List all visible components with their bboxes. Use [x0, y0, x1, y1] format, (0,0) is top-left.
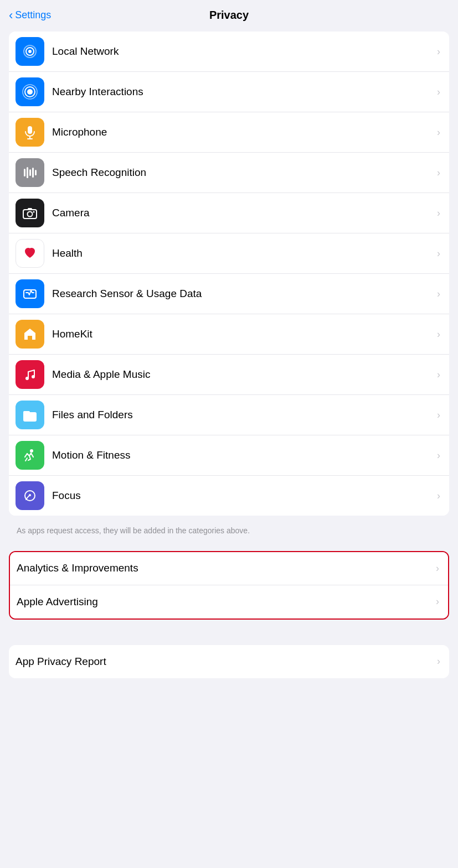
nearby-interactions-chevron-icon: › [437, 86, 440, 98]
health-chevron-icon: › [437, 248, 440, 259]
footer-note: As apps request access, they will be add… [0, 520, 458, 547]
svg-rect-10 [27, 167, 28, 178]
list-item-apple-advertising[interactable]: Apple Advertising › [10, 585, 448, 618]
speech-recognition-icon [16, 158, 44, 187]
svg-rect-14 [23, 210, 37, 219]
media-apple-music-label: Media & Apple Music [52, 368, 433, 381]
svg-point-26 [29, 494, 31, 496]
microphone-icon [16, 118, 44, 147]
svg-point-3 [27, 89, 33, 95]
app-privacy-report-label: App Privacy Report [16, 656, 433, 668]
back-label: Settings [15, 9, 51, 21]
microphone-chevron-icon: › [437, 127, 440, 138]
list-item-speech-recognition[interactable]: Speech Recognition › [9, 153, 449, 193]
svg-rect-23 [23, 411, 30, 414]
svg-rect-13 [35, 170, 37, 175]
svg-point-15 [28, 212, 33, 217]
list-item-local-network[interactable]: Local Network › [9, 32, 449, 72]
focus-icon [16, 481, 44, 510]
page-title: Privacy [209, 9, 249, 22]
camera-chevron-icon: › [437, 207, 440, 219]
header: ‹ Settings Privacy [0, 0, 458, 27]
list-item-analytics-improvements[interactable]: Analytics & Improvements › [10, 552, 448, 585]
list-item-files-folders[interactable]: Files and Folders › [9, 395, 449, 435]
analytics-improvements-chevron-icon: › [436, 563, 439, 574]
local-network-label: Local Network [52, 45, 433, 58]
svg-point-21 [32, 375, 35, 378]
list-item-app-privacy-report[interactable]: App Privacy Report › [9, 645, 449, 678]
homekit-chevron-icon: › [437, 329, 440, 340]
svg-rect-12 [32, 168, 34, 178]
svg-rect-19 [28, 336, 32, 340]
svg-rect-9 [24, 169, 25, 176]
apple-advertising-label: Apple Advertising [17, 596, 431, 608]
analytics-improvements-label: Analytics & Improvements [17, 562, 431, 574]
research-sensor-label: Research Sensor & Usage Data [52, 288, 433, 300]
list-item-research-sensor[interactable]: Research Sensor & Usage Data › [9, 274, 449, 314]
svg-rect-6 [28, 126, 32, 134]
svg-point-20 [25, 377, 29, 380]
back-button[interactable]: ‹ Settings [9, 9, 51, 22]
svg-point-17 [33, 211, 35, 213]
list-item-media-apple-music[interactable]: Media & Apple Music › [9, 355, 449, 395]
list-item-focus[interactable]: Focus › [9, 476, 449, 516]
media-apple-music-chevron-icon: › [437, 369, 440, 381]
svg-rect-11 [29, 169, 31, 176]
speech-recognition-label: Speech Recognition [52, 167, 433, 179]
list-item-homekit[interactable]: HomeKit › [9, 314, 449, 355]
back-chevron-icon: ‹ [9, 9, 13, 22]
app-privacy-report-section: App Privacy Report › [9, 645, 449, 678]
fitness-icon [16, 441, 44, 470]
camera-label: Camera [52, 207, 433, 219]
speech-recognition-chevron-icon: › [437, 167, 440, 179]
microphone-label: Microphone [52, 126, 433, 138]
local-network-chevron-icon: › [437, 46, 440, 58]
music-icon [16, 360, 44, 389]
list-item-nearby-interactions[interactable]: Nearby Interactions › [9, 72, 449, 112]
motion-fitness-chevron-icon: › [437, 450, 440, 461]
svg-rect-16 [28, 208, 32, 210]
camera-icon [16, 199, 44, 227]
list-item-camera[interactable]: Camera › [9, 193, 449, 233]
nearby-interactions-icon [16, 77, 44, 106]
motion-fitness-label: Motion & Fitness [52, 449, 433, 461]
local-network-icon [16, 37, 44, 66]
files-folders-label: Files and Folders [52, 409, 433, 421]
focus-chevron-icon: › [437, 490, 440, 502]
list-item-motion-fitness[interactable]: Motion & Fitness › [9, 435, 449, 476]
privacy-list: Local Network › Nearby Interactions › Mi… [9, 32, 449, 516]
health-icon [16, 239, 44, 268]
apple-advertising-chevron-icon: › [436, 596, 439, 607]
list-item-microphone[interactable]: Microphone › [9, 112, 449, 153]
files-icon [16, 401, 44, 429]
nearby-interactions-label: Nearby Interactions [52, 86, 433, 98]
homekit-label: HomeKit [52, 328, 433, 340]
svg-point-2 [28, 50, 32, 53]
list-item-health[interactable]: Health › [9, 233, 449, 274]
app-privacy-report-chevron-icon: › [437, 656, 440, 667]
focus-label: Focus [52, 490, 433, 502]
homekit-icon [16, 320, 44, 349]
files-folders-chevron-icon: › [437, 409, 440, 421]
analytics-section: Analytics & Improvements › Apple Adverti… [9, 551, 449, 620]
research-sensor-icon [16, 279, 44, 308]
svg-point-24 [30, 449, 33, 453]
health-label: Health [52, 247, 433, 259]
research-sensor-chevron-icon: › [437, 288, 440, 300]
